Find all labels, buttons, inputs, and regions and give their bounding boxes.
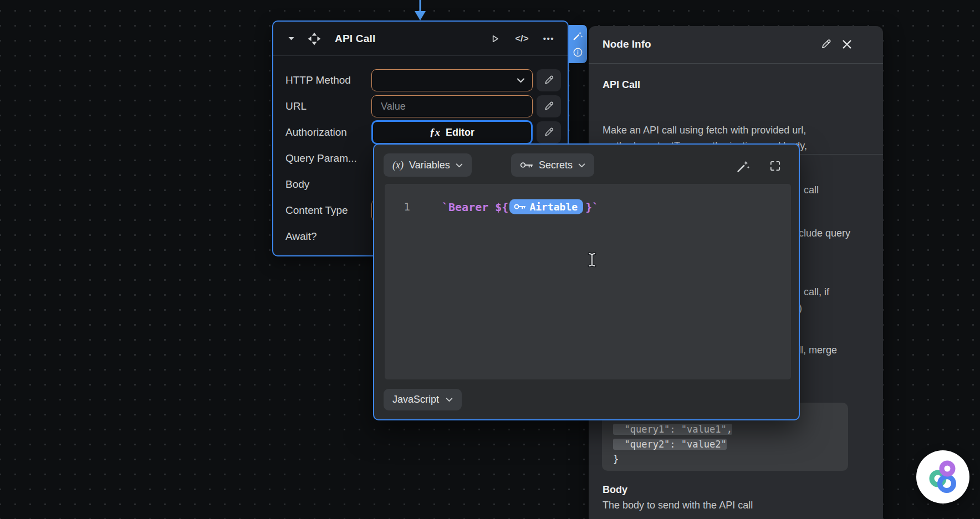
fullscreen-icon[interactable] xyxy=(769,160,782,172)
code-view-button[interactable]: </> xyxy=(515,33,529,44)
secrets-label: Secrets xyxy=(539,160,573,171)
code-text: }` xyxy=(585,200,599,213)
authorization-editor-button[interactable]: ƒx Editor xyxy=(371,120,533,145)
description-line: Make an API call using fetch with provid… xyxy=(603,122,807,138)
node-info-title: Node Info xyxy=(603,38,651,50)
line-number: 1 xyxy=(398,201,410,213)
key-icon xyxy=(514,203,526,211)
field-label-authorization: Authorization xyxy=(285,126,347,138)
node-title: API Call xyxy=(335,33,375,45)
edit-http-method-button[interactable] xyxy=(537,69,561,91)
collapse-chevron-icon[interactable] xyxy=(288,36,295,41)
field-label-query-params: Query Param... xyxy=(285,152,357,165)
code-line-1: `Bearer ${ Airtable }` xyxy=(442,199,599,214)
close-icon[interactable] xyxy=(843,40,852,49)
url-placeholder: Value xyxy=(381,101,406,112)
key-icon xyxy=(520,161,533,169)
info-body-text: The body to send with the API call xyxy=(603,500,753,511)
code-line: } xyxy=(613,454,619,465)
occluded-text-fragment: call, if xyxy=(804,286,829,298)
chevron-down-icon xyxy=(578,163,585,168)
variables-dropdown[interactable]: (x) Variables xyxy=(384,153,472,177)
code-text: `Bearer ${ xyxy=(442,200,508,213)
http-method-select[interactable] xyxy=(371,69,533,91)
expression-editor-popup: (x) Variables Secrets xyxy=(373,143,800,420)
secret-chip-label: Airtable xyxy=(529,201,578,213)
occluded-text-fragment: call xyxy=(804,184,819,196)
edit-authorization-button[interactable] xyxy=(537,121,561,143)
variables-x-icon: (x) xyxy=(392,160,404,171)
node-side-tab xyxy=(569,25,587,63)
text-cursor-icon xyxy=(586,251,598,268)
connector-arrow-icon xyxy=(414,0,427,21)
info-node-heading: API Call xyxy=(603,79,640,91)
node-header: API Call </> ••• xyxy=(273,22,568,56)
buildship-logo[interactable] xyxy=(916,450,969,503)
magic-wand-icon[interactable] xyxy=(736,160,750,173)
code-line: "query1": "value1", xyxy=(613,424,732,435)
occluded-text-fragment: clude query xyxy=(799,228,850,239)
code-line: "query2": "value2" xyxy=(613,439,727,450)
field-label-body: Body xyxy=(285,178,309,191)
variables-label: Variables xyxy=(409,160,450,171)
run-node-button[interactable] xyxy=(489,33,501,44)
move-handle-icon[interactable] xyxy=(307,32,321,46)
secret-chip[interactable]: Airtable xyxy=(509,199,583,214)
field-label-url: URL xyxy=(285,100,307,112)
url-input[interactable]: Value xyxy=(371,95,533,117)
chevron-down-icon xyxy=(446,397,453,402)
magic-wand-icon[interactable] xyxy=(573,30,583,41)
secrets-dropdown[interactable]: Secrets xyxy=(511,153,594,177)
workflow-canvas: API Call </> ••• HTTP Method URL Value xyxy=(0,0,980,519)
chevron-down-icon xyxy=(456,163,463,168)
code-editor-area[interactable]: 1 `Bearer ${ Airtable }` xyxy=(385,184,791,379)
edit-info-button[interactable] xyxy=(820,39,832,50)
info-icon[interactable] xyxy=(573,47,583,58)
more-options-button[interactable]: ••• xyxy=(543,34,554,43)
language-label: JavaScript xyxy=(392,394,439,405)
fx-icon: ƒx xyxy=(430,126,440,138)
info-body-heading: Body xyxy=(603,484,627,496)
field-label-content-type: Content Type xyxy=(285,204,348,217)
editor-button-label: Editor xyxy=(446,127,474,138)
divider xyxy=(589,63,883,64)
field-label-await: Await? xyxy=(285,230,317,243)
field-label-http-method: HTTP Method xyxy=(285,74,351,86)
occluded-text-fragment: ll, merge xyxy=(799,345,837,356)
language-dropdown[interactable]: JavaScript xyxy=(384,389,462,410)
edit-url-button[interactable] xyxy=(537,95,561,117)
chevron-down-icon xyxy=(517,78,525,83)
